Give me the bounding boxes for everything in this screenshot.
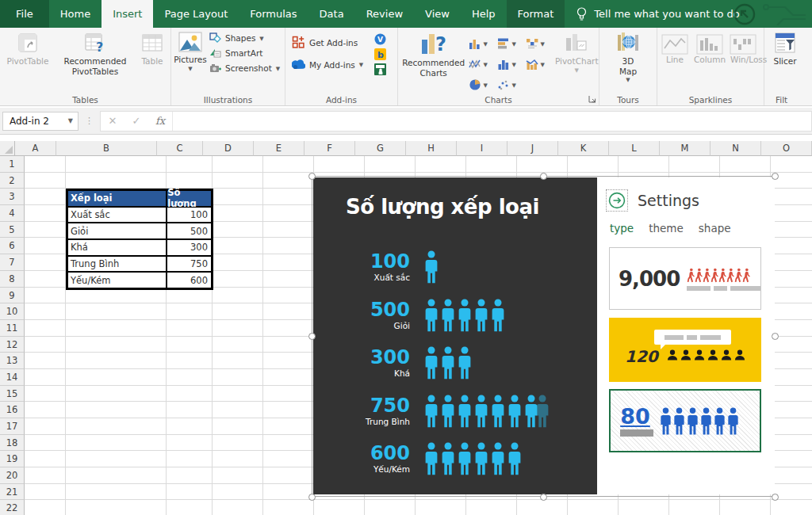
grid-cell[interactable] — [25, 156, 66, 173]
name-box[interactable]: Add-in 2 ▼ — [2, 112, 79, 131]
grid-cell[interactable] — [25, 288, 66, 304]
grid-cell[interactable] — [25, 435, 66, 452]
grid-cell[interactable] — [213, 238, 263, 254]
column-header-G[interactable]: G — [355, 141, 406, 156]
tab-formulas[interactable]: Formulas — [239, 0, 308, 28]
grid-cell[interactable] — [669, 156, 720, 173]
grid-cell[interactable] — [771, 369, 812, 386]
combo-chart-button[interactable]: ▼ — [526, 54, 554, 74]
grid-cell[interactable] — [466, 156, 517, 173]
grid-cell[interactable] — [263, 271, 314, 288]
scatter-chart-button[interactable]: ▼ — [497, 74, 526, 95]
selection-handle-e[interactable] — [772, 333, 779, 340]
tab-review[interactable]: Review — [355, 0, 414, 28]
grid-cell[interactable] — [669, 500, 720, 515]
grid-cell[interactable] — [771, 467, 812, 484]
grid-cell[interactable] — [720, 156, 771, 173]
table-cell-category[interactable]: Giỏi — [67, 223, 167, 239]
grid-cell[interactable] — [416, 156, 466, 173]
grid-cell[interactable] — [25, 254, 66, 271]
grid-cell[interactable] — [263, 254, 314, 271]
selection-handle-ne[interactable] — [772, 173, 779, 180]
grid-cell[interactable] — [213, 156, 263, 173]
grid-cell[interactable] — [213, 205, 263, 222]
grid-cell[interactable] — [365, 156, 416, 173]
grid-cell[interactable] — [25, 451, 66, 467]
tab-page-layout[interactable]: Page Layout — [153, 0, 239, 28]
grid-cell[interactable] — [25, 353, 66, 369]
grid-cell[interactable] — [619, 500, 669, 515]
grid-cell[interactable] — [25, 271, 66, 288]
grid-cell[interactable] — [771, 189, 812, 205]
grid-cell[interactable] — [517, 156, 568, 173]
grid-cell[interactable] — [213, 435, 263, 452]
grid-cell[interactable] — [771, 451, 812, 467]
row-header-20[interactable]: 20 — [0, 467, 25, 484]
settings-tab-theme[interactable]: theme — [649, 222, 684, 235]
column-header-J[interactable]: J — [508, 141, 558, 156]
selection-handle-se[interactable] — [772, 494, 779, 501]
table-cell-count[interactable]: 300 — [167, 239, 212, 256]
grid-cell[interactable] — [263, 435, 314, 452]
row-header-19[interactable]: 19 — [0, 451, 25, 467]
formula-input[interactable] — [172, 112, 811, 131]
grid-cell[interactable] — [771, 222, 812, 238]
selection-handle-nw[interactable] — [308, 173, 316, 180]
grid-cell[interactable] — [213, 271, 263, 288]
row-header-16[interactable]: 16 — [0, 402, 25, 418]
type-preview-bubble[interactable]: 120 — [609, 318, 761, 382]
row-header-1[interactable]: 1 — [0, 156, 25, 173]
row-header-18[interactable]: 18 — [0, 435, 25, 452]
table-cell-count[interactable]: 600 — [167, 272, 212, 288]
grid-cell[interactable] — [771, 353, 812, 369]
grid-cell[interactable] — [167, 386, 213, 402]
column-header-C[interactable]: C — [157, 141, 203, 156]
grid-cell[interactable] — [167, 353, 213, 369]
row-header-12[interactable]: 12 — [0, 337, 25, 353]
grid-cell[interactable] — [213, 500, 263, 515]
grid-cell[interactable] — [771, 303, 812, 320]
grid-cell[interactable] — [66, 402, 167, 418]
column-header-A[interactable]: A — [15, 141, 56, 156]
bar-chart-button[interactable]: ▼ — [497, 33, 526, 54]
grid-cell[interactable] — [263, 189, 314, 205]
grid-cell[interactable] — [167, 451, 213, 467]
tab-view[interactable]: View — [414, 0, 461, 28]
grid-cell[interactable] — [263, 173, 314, 189]
column-chart-button[interactable]: ▼ — [469, 33, 497, 54]
column-header-E[interactable]: E — [254, 141, 304, 156]
grid-cell[interactable] — [263, 369, 314, 386]
grid-cell[interactable] — [213, 173, 263, 189]
row-header-15[interactable]: 15 — [0, 386, 25, 402]
grid-cell[interactable] — [167, 418, 213, 435]
row-header-8[interactable]: 8 — [0, 271, 25, 288]
grid-cell[interactable] — [66, 451, 167, 467]
tab-format[interactable]: Format — [507, 0, 565, 28]
grid-cell[interactable] — [25, 484, 66, 501]
table-cell-count[interactable]: 750 — [167, 256, 212, 273]
screenshot-button[interactable]: Screenshot▼ — [209, 63, 285, 74]
grid-cell[interactable] — [517, 500, 568, 515]
table-button[interactable]: Table — [135, 28, 170, 91]
sparkline-line-button[interactable]: Line — [657, 28, 692, 65]
grid-cell[interactable] — [167, 337, 213, 353]
grid-cell[interactable] — [314, 500, 365, 515]
grid-cell[interactable] — [167, 435, 213, 452]
grid-cell[interactable] — [263, 288, 314, 304]
grid-cell[interactable] — [25, 238, 66, 254]
addin-visio-icon[interactable]: V — [374, 33, 392, 45]
grid-cell[interactable] — [167, 500, 213, 515]
row-header-17[interactable]: 17 — [0, 418, 25, 435]
type-preview-outline-selected[interactable]: 80 — [609, 389, 761, 452]
grid-cell[interactable] — [213, 451, 263, 467]
grid-cell[interactable] — [771, 156, 812, 173]
formula-bar-splitter[interactable]: ⋮ — [79, 116, 100, 126]
column-header-H[interactable]: H — [406, 141, 457, 156]
grid-cell[interactable] — [25, 320, 66, 337]
grid-cell[interactable] — [263, 402, 314, 418]
select-all-corner[interactable] — [0, 141, 15, 156]
grid-cell[interactable] — [66, 173, 167, 189]
column-header-K[interactable]: K — [558, 141, 609, 156]
grid-cell[interactable] — [263, 500, 314, 515]
pictures-button[interactable]: Pictures ▼ — [171, 28, 209, 91]
